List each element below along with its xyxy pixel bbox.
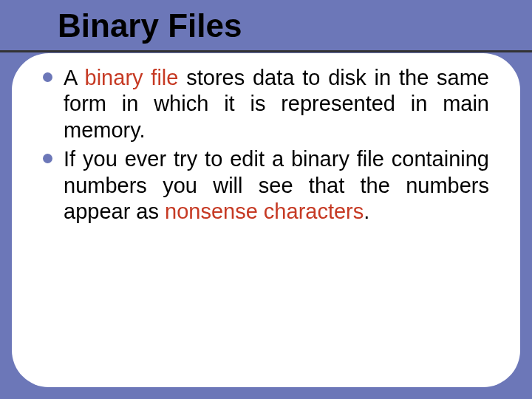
body-text: A binary file stores data to disk in the… xyxy=(43,65,489,228)
bullet-text-pre: A xyxy=(64,66,85,89)
list-item: If you ever try to edit a binary file co… xyxy=(43,146,489,225)
slide: Binary Files A binary file stores data t… xyxy=(0,0,532,399)
divider xyxy=(0,50,532,52)
bullet-icon xyxy=(43,72,52,82)
list-item: A binary file stores data to disk in the… xyxy=(43,65,489,143)
bullet-text-post: . xyxy=(364,200,369,223)
bullet-text-highlight: binary file xyxy=(85,66,179,89)
bullet-text-highlight: nonsense characters xyxy=(165,200,364,223)
content-card: A binary file stores data to disk in the… xyxy=(12,53,520,387)
slide-title: Binary Files xyxy=(58,7,242,44)
bullet-icon xyxy=(43,154,52,163)
